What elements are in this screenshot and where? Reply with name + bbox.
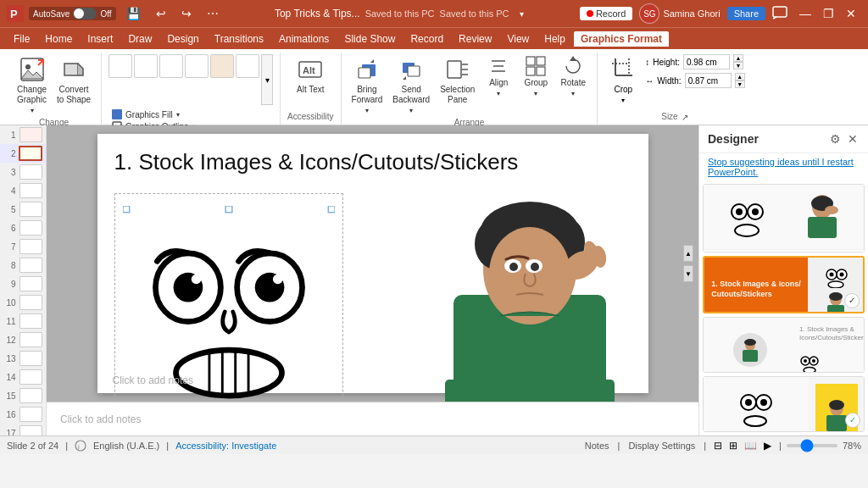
svg-rect-25 [526, 57, 535, 65]
autosave-knob [74, 8, 84, 19]
notes-area[interactable]: Click to add notes [47, 402, 698, 435]
width-increase-button[interactable]: ▲ [735, 73, 745, 80]
redo-button[interactable]: ↪ [176, 5, 197, 22]
menu-item-slideshow[interactable]: Slide Show [337, 31, 402, 47]
design-card-2[interactable]: 1. Stock Images & Icons/Cutouts/Stickers [703, 256, 865, 313]
autosave-toggle[interactable] [73, 8, 97, 19]
slide-nav-item-12[interactable]: 12 [0, 330, 46, 349]
display-settings-button[interactable]: Display Settings [625, 440, 698, 452]
slide-sorter-button[interactable]: ⊞ [726, 439, 740, 452]
menu-item-design[interactable]: Design [160, 31, 205, 47]
change-graphic-button[interactable]: ChangeGraphic ▾ [14, 54, 50, 116]
design-card-4-accept-button[interactable]: ✓ [845, 413, 860, 428]
shape-thumb-5[interactable] [210, 54, 234, 78]
share-button[interactable]: Share [727, 7, 765, 20]
statusbar-divider-5: | [779, 441, 782, 451]
person-cutout-graphic[interactable] [437, 185, 632, 402]
record-button[interactable]: Record [580, 7, 632, 20]
align-button[interactable]: Align ▾ [481, 54, 515, 99]
rotate-button[interactable]: Rotate ▾ [556, 54, 590, 99]
zoom-slider[interactable] [787, 444, 837, 447]
shape-thumb-6[interactable] [236, 54, 259, 78]
shape-thumb-4[interactable] [185, 54, 209, 78]
scroll-down-button[interactable]: ▼ [683, 265, 693, 282]
slide-nav-item-3[interactable]: 3 [0, 163, 46, 181]
more-tools-button[interactable]: ⋯ [202, 5, 224, 22]
menu-item-home[interactable]: Home [38, 31, 79, 47]
notes-button[interactable]: Notes [581, 440, 613, 452]
undo-button[interactable]: ↩ [151, 5, 171, 22]
slide-nav-item-1[interactable]: 1 [0, 125, 46, 144]
slide-nav-item-17[interactable]: 17 [0, 424, 46, 435]
svg-point-79 [828, 281, 843, 288]
comic-face-graphic[interactable] [114, 193, 343, 402]
menu-item-help[interactable]: Help [537, 31, 572, 47]
slide-nav-item-6[interactable]: 6 [0, 219, 46, 237]
designer-suggest-link[interactable]: Stop suggesting ideas until I restart Po… [699, 153, 868, 180]
design-card-3[interactable]: 1. Stock Images &Icons/Cutouts/Stickers [703, 317, 865, 373]
menu-item-record[interactable]: Record [403, 31, 450, 47]
graphics-fill-label: Graphics Fill [125, 110, 173, 119]
menu-item-file[interactable]: File [7, 31, 36, 47]
menu-item-graphics-format[interactable]: Graphics Format [574, 31, 669, 47]
size-expand-button[interactable]: ↗ [682, 113, 688, 122]
design-card-1[interactable]: 1. Stock Images & Icons/Cutouts/Stickers [703, 184, 865, 252]
window-controls: — ❐ ✕ [794, 7, 861, 20]
bring-forward-button[interactable]: BringForward ▾ [348, 54, 387, 116]
slide-nav-item-11[interactable]: 11 [0, 312, 46, 330]
user-avatar[interactable]: SG [639, 3, 659, 24]
accessibility-link[interactable]: Accessibility: Investigate [175, 441, 276, 451]
menu-item-insert[interactable]: Insert [81, 31, 120, 47]
slide-nav-item-7[interactable]: 7 [0, 237, 46, 256]
designer-settings-button[interactable]: ⚙ [828, 130, 843, 147]
styles-scroll-down-button[interactable]: ▾ [261, 54, 273, 105]
graphics-fill-button[interactable]: Graphics Fill ▾ [108, 108, 198, 120]
width-decrease-button[interactable]: ▼ [735, 80, 745, 88]
height-decrease-button[interactable]: ▼ [733, 62, 743, 69]
shape-thumb-1[interactable] [108, 54, 132, 78]
slide-nav-item-15[interactable]: 15 [0, 386, 46, 405]
slide-nav-item-13[interactable]: 13 [0, 349, 46, 368]
menu-item-transitions[interactable]: Transitions [208, 31, 270, 47]
slide-nav-item-16[interactable]: 16 [0, 405, 46, 424]
height-label: ↕ [645, 58, 649, 67]
shape-thumb-2[interactable] [134, 54, 158, 78]
alt-text-button[interactable]: Alt Alt Text [293, 54, 328, 97]
slide-nav-item-4[interactable]: 4 [0, 181, 46, 200]
minimize-button[interactable]: — [794, 7, 816, 20]
designer-close-button[interactable]: ✕ [846, 130, 860, 147]
design-accept-button[interactable]: ✓ [844, 293, 860, 308]
slide-nav-item-2[interactable]: 2 [0, 144, 46, 163]
menu-item-draw[interactable]: Draw [121, 31, 159, 47]
group-button[interactable]: Group ▾ [519, 54, 553, 99]
shape-thumb-3[interactable] [159, 54, 183, 78]
height-input[interactable] [683, 54, 730, 69]
statusbar-divider-4: | [704, 441, 706, 451]
crop-button[interactable]: Crop ▾ [604, 54, 642, 106]
slideshow-button[interactable]: ▶ [761, 439, 774, 452]
menu-item-view[interactable]: View [500, 31, 536, 47]
dropdown-arrow-button[interactable]: ▾ [515, 8, 529, 20]
menu-item-animations[interactable]: Animations [272, 31, 336, 47]
slide-nav-item-5[interactable]: 5 [0, 200, 46, 219]
selection-pane-button[interactable]: SelectionPane [437, 54, 478, 107]
slide-nav-item-8[interactable]: 8 [0, 256, 46, 274]
height-increase-button[interactable]: ▲ [733, 54, 743, 62]
slide-nav-item-9[interactable]: 9 [0, 274, 46, 293]
save-button[interactable]: 💾 [121, 5, 146, 22]
normal-view-button[interactable]: ⊟ [711, 439, 725, 452]
scroll-up-button[interactable]: ▲ [683, 245, 693, 262]
slide-nav-item-10[interactable]: 10 [0, 293, 46, 312]
reading-view-button[interactable]: 📖 [742, 439, 760, 452]
convert-to-shape-button[interactable]: Convertto Shape [53, 54, 94, 107]
send-backward-button[interactable]: SendBackward ▾ [389, 54, 433, 116]
slide-nav-item-14[interactable]: 14 [0, 368, 46, 386]
comments-icon[interactable] [772, 6, 787, 21]
close-button[interactable]: ✕ [841, 7, 861, 20]
width-input[interactable] [685, 73, 732, 88]
svg-point-39 [272, 274, 282, 285]
convert-label: Convertto Shape [57, 85, 91, 105]
menu-item-review[interactable]: Review [452, 31, 498, 47]
design-card-4[interactable]: ✓ [703, 376, 865, 432]
restore-button[interactable]: ❐ [818, 7, 839, 20]
